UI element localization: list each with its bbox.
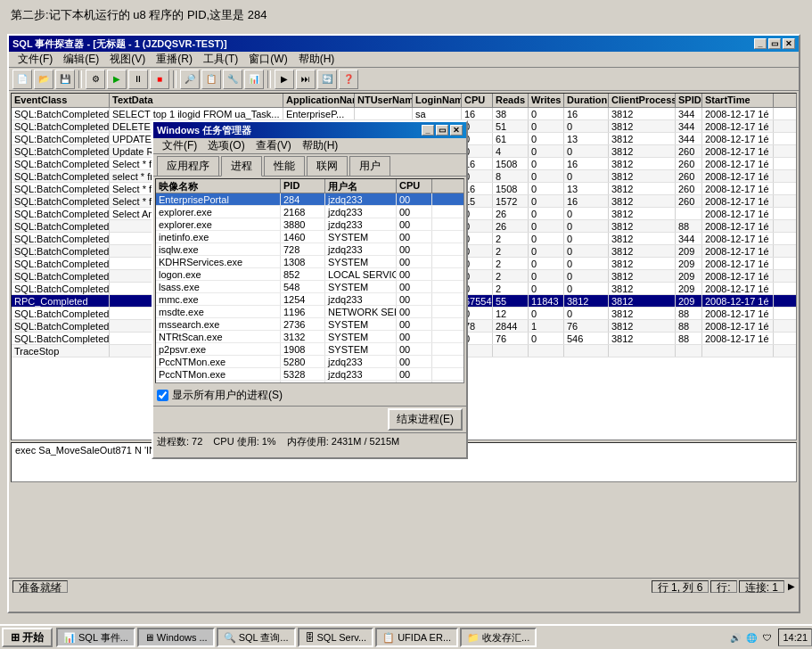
menu-file[interactable]: 文件(F) bbox=[12, 51, 58, 68]
taskbar-item[interactable]: 🔍SQL 查询... bbox=[217, 628, 296, 647]
instruction-text: 第二步:记下本机运行的 u8 程序的 PID,这里是 284 bbox=[0, 0, 812, 30]
tm-menu-options[interactable]: 选项(O) bbox=[202, 137, 250, 154]
list-item[interactable]: isqlw.exe 728 jzdq233 00 bbox=[156, 243, 463, 256]
menu-view[interactable]: 视图(V) bbox=[104, 51, 151, 68]
show-all-users-label: 显示所有用户的进程(S) bbox=[172, 388, 283, 403]
tm-col-cpu-header: CPU bbox=[397, 179, 432, 193]
tm-process-grid[interactable]: 映像名称 PID 用户名 CPU EnterprisePortal 284 jz… bbox=[155, 178, 464, 383]
taskbar-item[interactable]: 🖥Windows ... bbox=[137, 628, 215, 647]
tm-grid-header: 映像名称 PID 用户名 CPU bbox=[156, 179, 463, 193]
minimize-btn[interactable]: _ bbox=[754, 38, 767, 49]
tm-cpu-usage: CPU 使用: 1% bbox=[213, 435, 275, 448]
toolbar-btn11[interactable]: 🔄 bbox=[317, 70, 337, 89]
toolbar-pause[interactable]: ⏸ bbox=[128, 70, 148, 89]
taskbar-clock: 14:21 bbox=[778, 628, 812, 646]
tray-icon-1: 🔊 bbox=[728, 630, 742, 645]
table-row[interactable]: SQL:BatchCompleted SELECT top 1 ilogid F… bbox=[12, 108, 796, 120]
list-item[interactable]: msdte.exe 1196 NETWORK SERVICE 00 bbox=[156, 306, 463, 318]
list-item[interactable]: mssearch.exe 2736 SYSTEM 00 bbox=[156, 318, 463, 331]
tm-grid-body[interactable]: EnterprisePortal 284 jzdq233 00 explorer… bbox=[156, 193, 463, 382]
toolbar-save[interactable]: 💾 bbox=[55, 70, 75, 89]
restore-btn[interactable]: ▭ bbox=[768, 38, 781, 49]
tab-network[interactable]: 联网 bbox=[307, 156, 348, 176]
col-cpu: CPU bbox=[462, 94, 493, 107]
tm-title-buttons: _ ▭ ✕ bbox=[422, 125, 463, 136]
tm-minimize[interactable]: _ bbox=[422, 125, 434, 136]
menu-help[interactable]: 帮助(H) bbox=[293, 51, 340, 68]
taskbar-items: 📊SQL 事件...🖥Windows ...🔍SQL 查询...🗄SQL Ser… bbox=[54, 628, 725, 647]
tm-title-bar: Windows 任务管理器 _ ▭ ✕ bbox=[153, 122, 466, 138]
show-all-users-checkbox[interactable] bbox=[157, 390, 168, 401]
list-item[interactable]: lsass.exe 548 SYSTEM 00 bbox=[156, 281, 463, 293]
list-item[interactable]: KDHRServices.exe 1308 SYSTEM 00 bbox=[156, 256, 463, 268]
main-menu-bar: 文件(F) 编辑(E) 视图(V) 重播(R) 工具(T) 窗口(W) 帮助(H… bbox=[9, 52, 799, 68]
main-title-bar: SQL 事件探查器 - [无标题 - 1 (JZDQSVR-TEST)] _ ▭… bbox=[9, 36, 799, 52]
toolbar-btn12[interactable]: ❓ bbox=[339, 70, 358, 89]
list-item[interactable]: explorer.exe 2168 jzdq233 00 bbox=[156, 206, 463, 218]
status-connection: 连接: 1 bbox=[739, 580, 784, 593]
list-item[interactable]: NTRtScan.exe 3132 SYSTEM 00 bbox=[156, 331, 463, 343]
end-process-button[interactable]: 结束进程(E) bbox=[388, 408, 463, 431]
list-item[interactable]: EnterprisePortal 284 jzdq233 00 bbox=[156, 193, 463, 206]
list-item[interactable]: logon.exe 852 LOCAL SERVICE 00 bbox=[156, 268, 463, 281]
col-reads: Reads bbox=[493, 94, 529, 107]
toolbar-btn9[interactable]: ▶ bbox=[275, 70, 294, 89]
toolbar-new[interactable]: 📄 bbox=[12, 70, 32, 89]
col-writes: Writes bbox=[529, 94, 564, 107]
start-button[interactable]: ⊞ 开始 bbox=[2, 628, 53, 647]
tm-menu-view[interactable]: 查看(V) bbox=[250, 137, 297, 154]
tm-checkbox-row: 显示所有用户的进程(S) bbox=[153, 385, 466, 406]
tab-performance[interactable]: 性能 bbox=[264, 156, 305, 176]
toolbar-btn5[interactable]: 🔎 bbox=[180, 70, 200, 89]
menu-edit[interactable]: 编辑(E) bbox=[58, 51, 104, 68]
list-item[interactable]: p2psvr.exe 1908 SYSTEM 00 bbox=[156, 343, 463, 356]
list-item[interactable]: PccNTMon.exe 5328 jzdq233 00 bbox=[156, 368, 463, 381]
tm-menu-help[interactable]: 帮助(H) bbox=[297, 137, 344, 154]
menu-tools[interactable]: 工具(T) bbox=[198, 51, 243, 68]
tm-close[interactable]: ✕ bbox=[450, 125, 463, 136]
taskbar-item[interactable]: 📁收发存汇... bbox=[460, 628, 537, 647]
list-item[interactable]: PccNTMon.exe 5280 jzdq233 00 bbox=[156, 356, 463, 368]
toolbar-open[interactable]: 📂 bbox=[34, 70, 53, 89]
menu-replay[interactable]: 重播(R) bbox=[151, 51, 198, 68]
taskbar-item[interactable]: 🗄SQL Serv... bbox=[298, 628, 374, 647]
toolbar-stop[interactable]: ■ bbox=[150, 70, 169, 89]
toolbar-sep3 bbox=[267, 70, 271, 88]
tray-icon-3: 🛡 bbox=[760, 630, 775, 645]
tm-bottom-bar: 结束进程(E) bbox=[153, 406, 466, 432]
tab-processes[interactable]: 进程 bbox=[221, 156, 262, 177]
clock-time: 14:21 bbox=[783, 632, 808, 643]
toolbar-play[interactable]: ▶ bbox=[107, 70, 127, 89]
close-btn[interactable]: ✕ bbox=[783, 38, 795, 49]
menu-window[interactable]: 窗口(W) bbox=[243, 51, 292, 68]
toolbar-btn8[interactable]: 📊 bbox=[244, 70, 264, 89]
toolbar-btn10[interactable]: ⏭ bbox=[296, 70, 316, 89]
col-login: LoginName bbox=[413, 94, 462, 107]
main-title: SQL 事件探查器 - [无标题 - 1 (JZDQSVR-TEST)] bbox=[12, 37, 227, 51]
task-manager-window: Windows 任务管理器 _ ▭ ✕ 文件(F) 选项(O) 查看(V) 帮助… bbox=[152, 120, 468, 459]
col-spid: SPID bbox=[676, 94, 702, 107]
taskbar-tray: 🔊 🌐 🛡 bbox=[725, 630, 778, 645]
list-item[interactable]: explorer.exe 3880 jzdq233 00 bbox=[156, 218, 463, 231]
tm-menu-file[interactable]: 文件(F) bbox=[157, 137, 202, 154]
taskbar-item[interactable]: 📋UFIDA ER... bbox=[375, 628, 458, 647]
taskbar-item[interactable]: 📊SQL 事件... bbox=[56, 628, 135, 647]
taskbar: ⊞ 开始 📊SQL 事件...🖥Windows ...🔍SQL 查询...🗄SQ… bbox=[0, 624, 812, 649]
col-starttime: StartTime bbox=[702, 94, 774, 107]
toolbar-btn7[interactable]: 🔧 bbox=[223, 70, 242, 89]
toolbar-sep2 bbox=[173, 70, 176, 88]
main-toolbar: 📄 📂 💾 ⚙ ▶ ⏸ ■ 🔎 📋 🔧 📊 ▶ ⏭ 🔄 ❓ bbox=[9, 68, 799, 91]
tm-restore[interactable]: ▭ bbox=[436, 125, 448, 136]
tm-col-image-header: 映像名称 bbox=[156, 179, 281, 193]
tab-applications[interactable]: 应用程序 bbox=[157, 156, 219, 176]
toolbar-btn6[interactable]: 📋 bbox=[201, 70, 221, 89]
col-ntuser: NTUserName bbox=[355, 94, 413, 107]
toolbar-properties[interactable]: ⚙ bbox=[86, 70, 105, 89]
status-position: 行 1, 列 6 bbox=[652, 580, 709, 593]
list-item[interactable]: PortalEventManag... 3788 jzdq233 00 bbox=[156, 381, 463, 382]
grid-header: EventClass TextData ApplicationName NTUs… bbox=[12, 94, 796, 108]
list-item[interactable]: inetinfo.exe 1460 SYSTEM 00 bbox=[156, 231, 463, 243]
tab-users[interactable]: 用户 bbox=[349, 156, 390, 176]
list-item[interactable]: mmc.exe 1254 jzdq233 00 bbox=[156, 293, 463, 306]
start-label: 开始 bbox=[22, 630, 44, 645]
